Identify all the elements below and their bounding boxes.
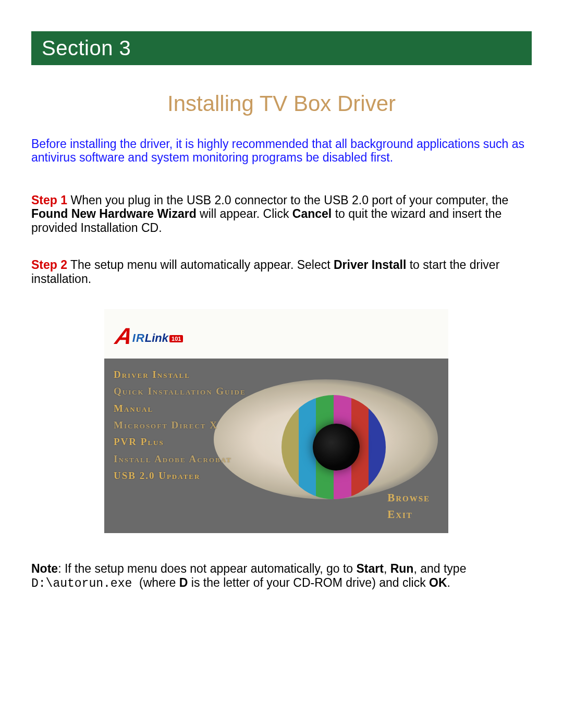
menu-microsoft-directx[interactable]: Microsoft Direct X bbox=[114, 417, 246, 434]
installer-menu: Driver Install Quick Installation Guide … bbox=[114, 366, 246, 484]
note-text-c: (where bbox=[139, 576, 179, 589]
menu-driver-install[interactable]: Driver Install bbox=[114, 366, 246, 383]
installer-screenshot: AIRLink101 Driver Install Quick Installa… bbox=[104, 309, 448, 533]
page-title: Installing TV Box Driver bbox=[31, 91, 532, 116]
note-text-e: . bbox=[447, 576, 450, 589]
step-1-bold-wizard: Found New Hardware Wizard bbox=[31, 207, 197, 220]
installer-body: Driver Install Quick Installation Guide … bbox=[104, 359, 448, 533]
menu-pvr-plus[interactable]: PVR Plus bbox=[114, 434, 246, 450]
menu-manual[interactable]: Manual bbox=[114, 400, 246, 417]
menu-install-adobe-acrobat[interactable]: Install Adobe Acrobat bbox=[114, 451, 246, 467]
airlink-logo: AIRLink101 bbox=[116, 321, 183, 347]
logo-ir: IR bbox=[132, 331, 145, 344]
menu-exit[interactable]: Exit bbox=[387, 508, 413, 521]
logo-badge-101: 101 bbox=[169, 335, 183, 342]
note-bold-d: D bbox=[179, 576, 188, 589]
step-2-label: Step 2 bbox=[31, 258, 67, 272]
step-1-bold-cancel: Cancel bbox=[292, 207, 335, 220]
note-bold-start: Start bbox=[357, 562, 384, 575]
step-1: Step 1 When you plug in the USB 2.0 conn… bbox=[31, 193, 532, 235]
note-text-b: , and type bbox=[413, 562, 466, 575]
installer-header: AIRLink101 bbox=[104, 309, 448, 359]
logo-link: Link bbox=[145, 331, 168, 344]
pupil-icon bbox=[313, 424, 360, 471]
menu-usb-2-updater[interactable]: USB 2.0 Updater bbox=[114, 467, 246, 484]
step-2-text-a: The setup menu will automatically appear… bbox=[67, 258, 334, 272]
note-sep1: , bbox=[384, 562, 390, 575]
step-2-bold-driverinstall: Driver Install bbox=[334, 258, 406, 272]
note-code-autorun: D:\autorun.exe bbox=[31, 577, 139, 590]
step-1-text-a: When you plug in the USB 2.0 connector t… bbox=[67, 193, 508, 207]
note-text-a: : If the setup menu does not appear auto… bbox=[58, 562, 356, 575]
note-label: Note bbox=[31, 562, 58, 575]
note-bold-ok: OK bbox=[429, 576, 447, 589]
note-block: Note: If the setup menu does not appear … bbox=[31, 562, 532, 590]
menu-quick-installation-guide[interactable]: Quick Installation Guide bbox=[114, 383, 246, 400]
recommendation-text: Before installing the driver, it is high… bbox=[31, 137, 532, 165]
step-1-label: Step 1 bbox=[31, 193, 67, 207]
step-1-text-b: will appear. Click bbox=[197, 207, 292, 220]
installer-side-menu: Browse Exit bbox=[387, 490, 430, 523]
logo-letter-a: A bbox=[113, 323, 135, 349]
note-bold-run: Run bbox=[390, 562, 414, 575]
step-2: Step 2 The setup menu will automatically… bbox=[31, 258, 532, 286]
section-banner: Section 3 bbox=[31, 31, 532, 65]
note-text-d: is the letter of your CD-ROM drive) and … bbox=[188, 576, 429, 589]
menu-browse[interactable]: Browse bbox=[387, 491, 430, 504]
